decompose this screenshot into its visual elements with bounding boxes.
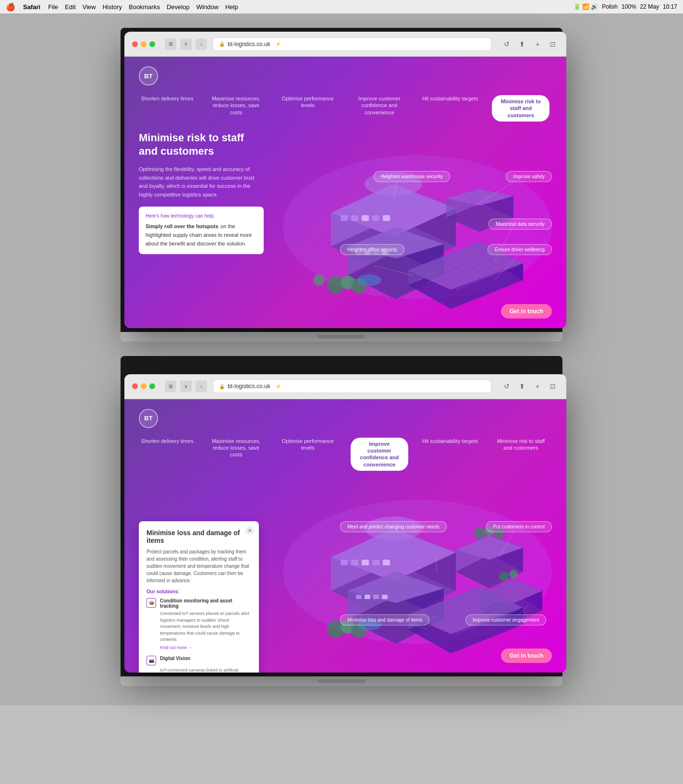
find-out-more-1[interactable]: Find out more → — [160, 645, 251, 650]
menu-history[interactable]: History — [102, 3, 122, 11]
nav-item-optimise-2[interactable]: Optimise performance levels — [279, 438, 337, 471]
nav-item-maximise[interactable]: Maximise resources, reduce losses, save … — [207, 95, 265, 122]
chevron-down-icon[interactable]: ∨ — [180, 38, 192, 50]
laptop-notch-2 — [317, 679, 366, 683]
hotspot-put-customers[interactable]: Put customers in control — [486, 521, 552, 532]
nav-item-improve-customer[interactable]: Improve customer confidence and convenie… — [351, 95, 408, 122]
status-icons: 🔋 📶 🔊 — [573, 3, 598, 10]
main-section-2: ✕ Minimise loss and damage of items Prot… — [124, 471, 566, 673]
lock-icon: 🔒 — [219, 41, 225, 47]
svg-rect-50 — [372, 560, 379, 565]
popup-title: Minimise loss and damage of items — [146, 529, 251, 544]
popup-close-button[interactable]: ✕ — [245, 526, 254, 535]
hotspot-driver-wellbeing[interactable]: Ensure driver wellbeing — [488, 244, 552, 255]
menu-help[interactable]: Help — [225, 3, 238, 11]
nav-item-shorten[interactable]: Shorten delivery times — [141, 95, 194, 122]
hotspot-office-security[interactable]: Heighten office security — [340, 244, 404, 255]
close-button[interactable] — [132, 41, 138, 47]
interactive-area-2: Meet and predict changing customer needs… — [273, 476, 552, 658]
menu-edit[interactable]: Edit — [65, 3, 75, 11]
maximize-button-2[interactable] — [149, 383, 155, 389]
refresh-icon[interactable]: ↺ — [501, 38, 512, 50]
nav-item-sustainability[interactable]: Hit sustainability targets — [422, 95, 478, 122]
browser-window-2: ⊞ ∨ ‹ 🔒 bt-logistics.co.uk ⚡ ↺ ⬆ + ⊡ — [124, 374, 566, 673]
sidebar-toggle[interactable]: ⊞ — [165, 38, 176, 50]
nav-item-optimise[interactable]: Optimise performance levels — [279, 95, 337, 122]
site-header-1: BT — [124, 57, 566, 95]
share-icon-2[interactable]: ⬆ — [516, 380, 528, 392]
site-header-2: BT — [124, 399, 566, 438]
menu-develop[interactable]: Develop — [167, 3, 190, 11]
apple-menu[interactable]: 🍎 — [6, 2, 15, 12]
solution-item-2: 📷 Digital Vision IoT-connected cameras l… — [146, 656, 251, 673]
menu-bookmarks[interactable]: Bookmarks — [129, 3, 160, 11]
hotspot-minimise-loss[interactable]: Minimise loss and damage of items — [340, 614, 429, 625]
app-name: Safari — [23, 3, 40, 11]
refresh-icon-2[interactable]: ↺ — [501, 380, 512, 392]
menu-window[interactable]: Window — [196, 3, 219, 11]
solution-title-1: Condition monitoring and asset tracking — [160, 598, 251, 609]
browser-controls-1: ⊞ ∨ ‹ — [165, 38, 207, 50]
nav-2: Shorten delivery times Maximise resource… — [124, 438, 566, 471]
nav-item-maximise-2[interactable]: Maximise resources, reduce losses, save … — [207, 438, 265, 471]
close-button-2[interactable] — [132, 383, 138, 389]
traffic-lights-2 — [132, 383, 155, 389]
nav-item-shorten-2[interactable]: Shorten delivery times — [141, 438, 194, 471]
lock-icon-2: 🔒 — [219, 384, 225, 389]
hotspot-warehouse-security[interactable]: Heighten warehouse security — [374, 171, 450, 182]
date: 22 May — [640, 3, 659, 10]
maximize-button[interactable] — [149, 41, 155, 47]
browser-chrome-1: ⊞ ∨ ‹ 🔒 bt-logistics.co.uk ⚡ ↺ ⬆ + ⊡ — [124, 32, 566, 57]
browser-actions-1: ↺ ⬆ + ⊡ — [501, 38, 559, 50]
condition-monitoring-icon: 📦 — [146, 598, 156, 608]
hotspot-improve-engagement[interactable]: Improve customer engagement — [465, 614, 546, 625]
nav-item-minimise-risk-2[interactable]: Minimise risk to staff and customers — [492, 438, 549, 471]
popup-desc: Protect parcels and packages by tracking… — [146, 548, 251, 584]
nav-item-improve-customer-2[interactable]: Improve customer confidence and convenie… — [351, 438, 408, 471]
svg-rect-6 — [351, 215, 358, 221]
tab-overview-icon[interactable]: ⊡ — [547, 38, 559, 50]
main-section-1: Minimise risk to staff and customers Opt… — [124, 122, 566, 328]
menu-file[interactable]: File — [48, 3, 58, 11]
website-content-1: BT Shorten delivery times Maximise resou… — [124, 57, 566, 328]
tab-overview-icon-2[interactable]: ⊡ — [547, 380, 559, 392]
minimize-button[interactable] — [141, 41, 146, 47]
browser-window-1: ⊞ ∨ ‹ 🔒 bt-logistics.co.uk ⚡ ↺ ⬆ + ⊡ — [124, 32, 566, 328]
url-text: bt-logistics.co.uk — [228, 41, 270, 48]
solution-desc-2: IoT-connected cameras linked to artifici… — [160, 667, 251, 673]
address-bar-2[interactable]: 🔒 bt-logistics.co.uk ⚡ — [213, 380, 491, 393]
solution-desc-1: Connected IoT sensors placed on parcels … — [160, 611, 251, 643]
hotspot-improve-safety[interactable]: Improve safety — [506, 171, 552, 182]
share-icon[interactable]: ⬆ — [516, 38, 528, 50]
svg-rect-49 — [362, 560, 369, 565]
website-content-2: BT Shorten delivery times Maximise resou… — [124, 399, 566, 673]
hotspot-meet-predict[interactable]: Meet and predict changing customer needs — [340, 521, 447, 532]
popup-solutions-label: Our solutions: — [146, 589, 251, 594]
minimize-button-2[interactable] — [141, 383, 146, 389]
get-in-touch-button-2[interactable]: Get in touch — [501, 649, 552, 663]
hotspot-data-security[interactable]: Maximise data security — [488, 219, 552, 230]
new-tab-icon-2[interactable]: + — [532, 380, 543, 392]
nav-item-sustainability-2[interactable]: Hit sustainability targets — [422, 438, 478, 471]
iso-illustration-1: Heighten warehouse security Improve safe… — [273, 131, 552, 314]
new-tab-icon[interactable]: + — [532, 38, 543, 50]
browser-actions-2: ↺ ⬆ + ⊡ — [501, 380, 559, 392]
svg-rect-60 — [382, 595, 388, 599]
svg-rect-59 — [373, 595, 379, 599]
section-desc-1: Optimising the flexibility, speed and ac… — [139, 165, 264, 199]
nav-item-minimise-risk[interactable]: Minimise risk to staff and customers — [492, 95, 549, 122]
interactive-area-1: Heighten warehouse security Improve safe… — [273, 131, 552, 314]
get-in-touch-button-1[interactable]: Get in touch — [501, 304, 552, 318]
svg-rect-51 — [383, 560, 390, 565]
address-bar-1[interactable]: 🔒 bt-logistics.co.uk ⚡ — [213, 37, 491, 51]
laptop-notch-1 — [317, 335, 366, 339]
url-text-2: bt-logistics.co.uk — [228, 383, 270, 390]
info-hint-1: Here's how technology can help. — [146, 213, 257, 219]
back-button-2[interactable]: ‹ — [195, 380, 207, 392]
back-button[interactable]: ‹ — [195, 38, 207, 50]
svg-rect-5 — [341, 215, 348, 221]
sidebar-toggle-2[interactable]: ⊞ — [165, 380, 176, 392]
solution-header-2: 📷 Digital Vision — [146, 656, 251, 665]
chevron-down-icon-2[interactable]: ∨ — [180, 380, 192, 392]
menu-view[interactable]: View — [83, 3, 96, 11]
